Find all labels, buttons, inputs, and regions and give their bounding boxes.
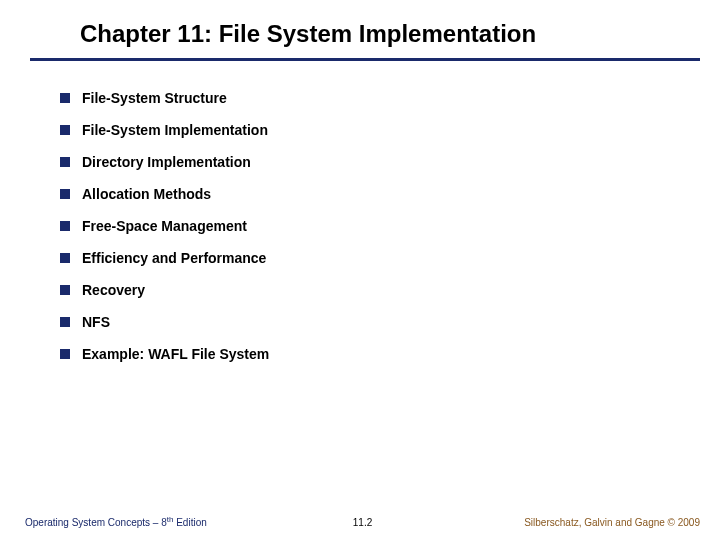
list-item-label: File-System Implementation [82,122,268,138]
square-bullet-icon [60,285,70,295]
slide: Chapter 11: File System Implementation F… [0,0,720,540]
list-item-label: Recovery [82,282,145,298]
footer-center: 11.2 [353,517,372,528]
footer: Operating System Concepts – 8th Edition … [25,515,700,528]
list-item-label: NFS [82,314,110,330]
square-bullet-icon [60,221,70,231]
footer-left: Operating System Concepts – 8th Edition [25,515,207,528]
footer-right: Silberschatz, Galvin and Gagne © 2009 [524,517,700,528]
list-item-label: Directory Implementation [82,154,251,170]
square-bullet-icon [60,349,70,359]
list-item-label: File-System Structure [82,90,227,106]
list-item: Recovery [60,282,680,298]
footer-left-suffix: Edition [173,517,206,528]
list-item-label: Example: WAFL File System [82,346,269,362]
list-item-label: Free-Space Management [82,218,247,234]
title-underline [30,58,700,61]
list-item-label: Efficiency and Performance [82,250,266,266]
list-item: Allocation Methods [60,186,680,202]
content-list: File-System Structure File-System Implem… [60,90,680,378]
square-bullet-icon [60,125,70,135]
list-item: Free-Space Management [60,218,680,234]
footer-left-prefix: Operating System Concepts – 8 [25,517,167,528]
square-bullet-icon [60,253,70,263]
list-item: Efficiency and Performance [60,250,680,266]
left-stripe [0,80,18,440]
square-bullet-icon [60,157,70,167]
list-item: Directory Implementation [60,154,680,170]
slide-title: Chapter 11: File System Implementation [80,20,690,48]
list-item: Example: WAFL File System [60,346,680,362]
square-bullet-icon [60,317,70,327]
square-bullet-icon [60,93,70,103]
list-item: NFS [60,314,680,330]
list-item-label: Allocation Methods [82,186,211,202]
list-item: File-System Implementation [60,122,680,138]
list-item: File-System Structure [60,90,680,106]
square-bullet-icon [60,189,70,199]
